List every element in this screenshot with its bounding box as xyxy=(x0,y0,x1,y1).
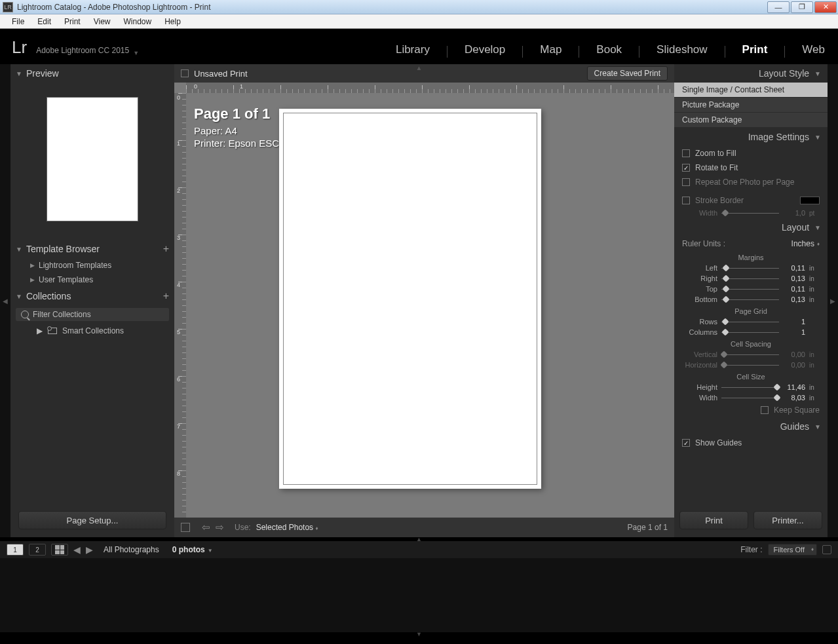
stroke-border-row[interactable]: Stroke Border xyxy=(674,193,828,208)
filter-collections-input[interactable]: Filter Collections xyxy=(16,308,169,321)
module-library[interactable]: Library xyxy=(396,43,430,58)
menu-print[interactable]: Print xyxy=(58,17,87,26)
filter-dropdown[interactable]: Filters Off♦ xyxy=(768,544,817,556)
margin-bottom-slider[interactable]: Bottom0,13in xyxy=(674,294,828,305)
ruler-units-row[interactable]: Ruler Units : Inches ♦ xyxy=(674,237,828,251)
close-button[interactable]: ✕ xyxy=(814,1,837,13)
module-develop[interactable]: Develop xyxy=(465,43,505,58)
minimize-button[interactable]: — xyxy=(767,1,790,13)
checkbox-icon[interactable] xyxy=(761,406,769,414)
page-setup-button[interactable]: Page Setup... xyxy=(18,511,166,529)
layout-style-picture-package[interactable]: Picture Package xyxy=(674,98,828,113)
print-button[interactable]: Print xyxy=(679,511,748,529)
print-canvas[interactable]: 0 1 0 1 2 3 4 5 6 7 8 Page 1 of 1 Paper:… xyxy=(174,83,674,518)
repeat-one-row[interactable]: Repeat One Photo per Page xyxy=(674,175,828,189)
go-back-icon[interactable]: ◀ xyxy=(73,544,81,555)
margin-right-slider[interactable]: Right0,13in xyxy=(674,273,828,284)
filmstrip-toolbar: 1 2 ◀ ▶ All Photographs 0 photos▼ Filter… xyxy=(0,541,838,558)
margin-left-slider[interactable]: Left0,11in xyxy=(674,263,828,273)
menu-help[interactable]: Help xyxy=(158,17,187,26)
content-toolbar: Unsaved Print Create Saved Print xyxy=(174,64,674,83)
filmstrip-collapse-bottom-icon[interactable]: ▼ xyxy=(0,632,838,636)
preview-panel-header[interactable]: ▼ Preview xyxy=(10,64,174,83)
stroke-width-slider[interactable]: Width 1,0 pt xyxy=(674,208,828,218)
cell-size-label: Cell Size xyxy=(674,370,828,382)
main-window-button[interactable]: 1 xyxy=(7,544,24,556)
prev-page-icon[interactable]: ⇦ xyxy=(202,521,210,533)
layout-style-single[interactable]: Single Image / Contact Sheet xyxy=(674,83,828,98)
margin-top-slider[interactable]: Top0,11in xyxy=(674,284,828,294)
add-template-icon[interactable]: + xyxy=(163,243,169,255)
collections-header[interactable]: ▼ Collections + xyxy=(10,287,174,305)
photo-count[interactable]: 0 photos▼ xyxy=(172,545,213,554)
menu-window[interactable]: Window xyxy=(117,17,159,26)
checkbox-icon[interactable] xyxy=(682,164,690,172)
maximize-button[interactable]: ❐ xyxy=(791,1,813,13)
filmstrip-thumbnails[interactable] xyxy=(0,558,838,632)
zoom-to-fill-row[interactable]: Zoom to Fill xyxy=(674,146,828,161)
second-window-button[interactable]: 2 xyxy=(29,544,46,556)
print-page[interactable] xyxy=(279,109,541,489)
checkbox-icon[interactable] xyxy=(682,197,690,204)
brand-dropdown-icon[interactable]: ▼ xyxy=(133,50,139,56)
checkbox-icon[interactable] xyxy=(682,178,690,186)
app-icon: LR xyxy=(3,2,13,12)
window-titlebar: LR Lightroom Catalog - Adobe Photoshop L… xyxy=(0,0,838,14)
cell-height-slider[interactable]: Height11,46in xyxy=(674,382,828,392)
menu-file[interactable]: File xyxy=(5,17,31,26)
panel-disclosure-icon: ▼ xyxy=(16,70,22,77)
cell-width-slider[interactable]: Width8,03in xyxy=(674,392,828,403)
document-name: Unsaved Print xyxy=(194,69,248,79)
menu-view[interactable]: View xyxy=(87,17,117,26)
add-collection-icon[interactable]: + xyxy=(163,290,169,302)
module-map[interactable]: Map xyxy=(540,43,562,58)
go-forward-icon[interactable]: ▶ xyxy=(86,544,93,555)
preview-thumbnail xyxy=(10,83,174,240)
search-icon xyxy=(21,311,29,318)
checkbox-icon[interactable] xyxy=(682,439,690,447)
layout-header[interactable]: Layout ▼ xyxy=(674,218,828,237)
rows-slider[interactable]: Rows1 xyxy=(674,316,828,327)
panel-disclosure-icon: ▼ xyxy=(814,134,821,141)
rotate-to-fit-row[interactable]: Rotate to Fit xyxy=(674,161,828,175)
template-browser-header[interactable]: ▼ Template Browser + xyxy=(10,240,174,258)
stroke-color-swatch[interactable] xyxy=(800,197,820,204)
guides-header[interactable]: Guides ▼ xyxy=(674,417,828,436)
select-all-checkbox[interactable] xyxy=(181,523,190,532)
menu-edit[interactable]: Edit xyxy=(31,17,58,26)
preview-title: Preview xyxy=(26,68,59,79)
grid-view-button[interactable] xyxy=(51,544,68,556)
layout-style-header[interactable]: Layout Style ▼ xyxy=(674,64,828,83)
next-page-icon[interactable]: ⇨ xyxy=(216,521,224,533)
collections-title: Collections xyxy=(26,291,71,301)
module-print[interactable]: Print xyxy=(742,43,768,58)
checkbox-icon[interactable] xyxy=(682,149,690,157)
create-saved-print-button[interactable]: Create Saved Print xyxy=(587,66,668,81)
filmstrip: ▲ 1 2 ◀ ▶ All Photographs 0 photos▼ Filt… xyxy=(0,537,838,644)
use-dropdown[interactable]: Selected Photos ♦ xyxy=(256,523,318,532)
image-settings-header[interactable]: Image Settings ▼ xyxy=(674,128,828,146)
right-edge-collapse[interactable]: ▶ xyxy=(828,64,838,537)
smart-collection-icon xyxy=(48,328,57,334)
module-book[interactable]: Book xyxy=(596,43,622,58)
layout-style-custom-package[interactable]: Custom Package xyxy=(674,113,828,128)
soft-proof-toggle-icon[interactable] xyxy=(181,69,189,77)
keep-square-row[interactable]: Keep Square xyxy=(674,403,828,417)
printer-button[interactable]: Printer... xyxy=(753,511,822,529)
module-slideshow[interactable]: Slideshow xyxy=(657,43,708,58)
panel-disclosure-icon: ▼ xyxy=(16,246,22,253)
top-panel-collapse-icon[interactable]: ▲ xyxy=(416,64,423,71)
left-edge-collapse[interactable]: ◀ xyxy=(0,64,10,537)
brand-logo: Lr xyxy=(12,37,27,58)
template-folder-user[interactable]: ▶ User Templates xyxy=(10,273,174,287)
columns-slider[interactable]: Columns1 xyxy=(674,327,828,337)
identity-plate: Lr Adobe Lightroom CC 2015▼ Library Deve… xyxy=(0,29,838,64)
template-folder-lightroom[interactable]: ▶ Lightroom Templates xyxy=(10,258,174,273)
cell-spacing-vertical-slider: Vertical0,00in xyxy=(674,349,828,360)
filter-lock-icon[interactable] xyxy=(822,545,831,554)
smart-collections-item[interactable]: ▶ Smart Collections xyxy=(10,324,174,338)
module-web[interactable]: Web xyxy=(802,43,825,58)
show-guides-row[interactable]: Show Guides xyxy=(674,436,828,450)
source-path[interactable]: All Photographs xyxy=(104,545,159,554)
panel-disclosure-icon: ▼ xyxy=(16,293,22,300)
